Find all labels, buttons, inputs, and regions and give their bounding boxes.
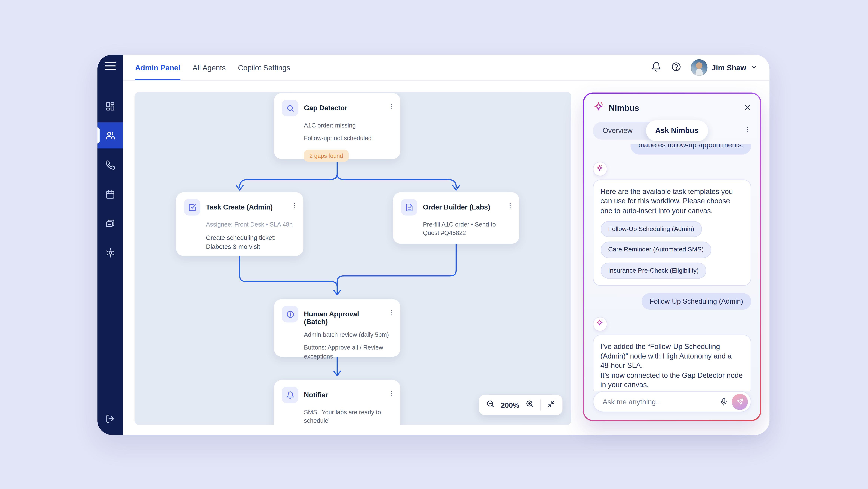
nimbus-menu-button[interactable] — [744, 125, 751, 136]
logout-icon — [105, 414, 115, 426]
nimbus-panel: Nimbus Overview Ask Nimbus diabetes foll… — [583, 92, 761, 421]
notifications-button[interactable] — [651, 61, 661, 74]
close-icon — [744, 104, 751, 111]
sidebar-item-users[interactable] — [97, 122, 123, 148]
node-detail: A1C order: missing — [304, 121, 395, 130]
divider — [540, 400, 541, 410]
zoom-in-icon — [525, 400, 534, 410]
collapse-icon — [547, 400, 555, 410]
app-root: Admin Panel All Agents Copilot Settings — [0, 0, 868, 489]
calendar-icon — [105, 189, 115, 199]
top-navigation: Admin Panel All Agents Copilot Settings — [123, 55, 769, 81]
node-detail: Follow-up: not scheduled — [304, 134, 395, 143]
sidebar-item-documents[interactable] — [97, 210, 123, 236]
node-human-approval[interactable]: Human Approval (Batch) Admin batch revie… — [274, 299, 400, 357]
node-detail: Buttons: Approve all / Review exceptions — [304, 344, 395, 361]
chat-scroll-area[interactable]: diabetes follow-up appointments. Here ar… — [593, 144, 751, 391]
node-title: Order Builder (Labs) — [423, 199, 490, 211]
tab-overview[interactable]: Overview — [593, 126, 642, 135]
sidebar-nav — [97, 93, 123, 269]
bell-icon — [651, 61, 661, 74]
chip-care-reminder[interactable]: Care Reminder (Automated SMS) — [600, 242, 712, 258]
nimbus-tab-switcher: Overview Ask Nimbus — [593, 122, 707, 140]
close-button[interactable] — [744, 104, 751, 111]
sidebar-item-settings[interactable] — [97, 240, 123, 266]
chevron-down-icon — [751, 62, 757, 73]
node-order-builder[interactable]: Order Builder (Labs) Pre-fill A1C order … — [393, 192, 519, 244]
node-menu-button[interactable] — [506, 199, 514, 211]
bell-icon — [282, 387, 299, 403]
node-gap-detector[interactable]: Gap Detector A1C order: missing Follow-u… — [274, 93, 400, 159]
node-detail: SMS: 'Your labs are ready to schedule' — [304, 408, 395, 425]
sparkle-icon — [596, 319, 604, 329]
user-menu[interactable]: Jim Shaw — [691, 59, 757, 76]
settings-gear-icon — [105, 248, 116, 258]
tab-ask-nimbus[interactable]: Ask Nimbus — [646, 120, 708, 141]
nimbus-sparkle-icon — [593, 100, 604, 114]
chat-input-bar — [593, 391, 751, 412]
top-tabs: Admin Panel All Agents Copilot Settings — [135, 55, 290, 80]
sparkle-icon — [596, 164, 604, 174]
zoom-level: 200% — [501, 401, 519, 409]
hamburger-menu-icon[interactable] — [104, 62, 116, 70]
chat-message-user-partial: diabetes follow-up appointments. — [631, 144, 751, 155]
phone-icon — [105, 160, 115, 170]
zoom-in-button[interactable] — [525, 400, 534, 410]
nimbus-tabs-row: Overview Ask Nimbus — [593, 122, 751, 140]
assistant-text: Here are the available task templates yo… — [600, 187, 744, 215]
collapse-canvas-button[interactable] — [547, 400, 555, 410]
node-menu-button[interactable] — [388, 306, 395, 318]
assistant-avatar — [593, 162, 607, 176]
alert-circle-icon — [282, 306, 299, 322]
node-detail: Create scheduling ticket: Diabetes 3-mo … — [206, 233, 298, 251]
search-icon — [282, 100, 299, 116]
canvas-zoom-toolbar: 200% — [479, 395, 562, 415]
status-badge: 2 gaps found — [304, 149, 349, 162]
node-notifier[interactable]: Notifier SMS: 'Your labs are ready to sc… — [274, 380, 400, 425]
documents-icon — [105, 219, 115, 228]
tab-all-agents[interactable]: All Agents — [192, 55, 226, 80]
check-square-icon — [184, 199, 200, 215]
assistant-text: I’ve added the “Follow-Up Scheduling (Ad… — [600, 342, 744, 370]
chat-input[interactable] — [601, 397, 720, 406]
sidebar — [97, 55, 123, 435]
node-task-create[interactable]: Task Create (Admin) Assignee: Front Desk… — [176, 192, 303, 256]
tab-copilot-settings[interactable]: Copilot Settings — [238, 55, 290, 80]
sidebar-item-calendar[interactable] — [97, 181, 123, 207]
assistant-avatar — [593, 317, 607, 331]
chip-follow-up-scheduling[interactable]: Follow-Up Scheduling (Admin) — [600, 221, 702, 237]
help-button[interactable] — [671, 61, 681, 74]
node-title: Notifier — [304, 387, 328, 399]
zoom-out-icon — [486, 400, 495, 410]
send-button[interactable] — [732, 394, 748, 410]
avatar — [691, 59, 707, 76]
chat-message-assistant-confirm: I’ve added the “Follow-Up Scheduling (Ad… — [593, 335, 751, 392]
tab-admin-panel[interactable]: Admin Panel — [135, 55, 180, 80]
workflow-canvas[interactable]: Gap Detector A1C order: missing Follow-u… — [134, 92, 571, 425]
chat-message-user-choice: Follow-Up Scheduling (Admin) — [641, 293, 751, 310]
node-menu-button[interactable] — [388, 100, 395, 113]
zoom-out-button[interactable] — [486, 400, 495, 410]
microphone-button[interactable] — [720, 398, 728, 406]
logout-button[interactable] — [105, 414, 115, 426]
node-detail: Pre-fill A1C order • Send to Quest #Q458… — [423, 221, 514, 237]
sidebar-item-dashboard[interactable] — [97, 93, 123, 119]
nimbus-title: Nimbus — [609, 103, 639, 112]
microphone-icon — [720, 398, 728, 406]
user-name: Jim Shaw — [712, 63, 746, 72]
node-detail: Admin batch review (daily 5pm) — [304, 331, 395, 339]
node-title: Gap Detector — [304, 100, 347, 112]
node-menu-button[interactable] — [388, 387, 395, 400]
file-text-icon — [401, 199, 417, 215]
nimbus-header: Nimbus — [593, 100, 751, 114]
help-circle-icon — [671, 61, 681, 74]
node-menu-button[interactable] — [291, 199, 298, 211]
node-title: Human Approval (Batch) — [304, 306, 382, 326]
chip-insurance-pre-check[interactable]: Insurance Pre-Check (Eligibility) — [600, 262, 707, 279]
chat-message-assistant-templates: Here are the available task templates yo… — [593, 179, 751, 286]
node-subtitle: Assignee: Front Desk • SLA 48h — [206, 221, 298, 229]
template-chips: Follow-Up Scheduling (Admin) Care Remind… — [600, 221, 744, 279]
node-title: Task Create (Admin) — [206, 199, 273, 211]
sidebar-item-calls[interactable] — [97, 152, 123, 178]
users-icon — [105, 130, 116, 141]
